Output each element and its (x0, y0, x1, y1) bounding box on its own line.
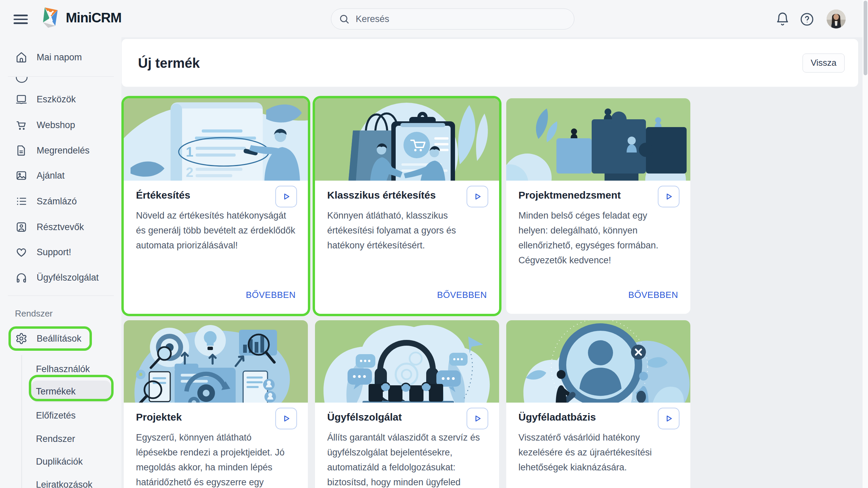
sidebar-subitem-rendszer[interactable]: Rendszer (29, 429, 121, 448)
search-bar (331, 8, 574, 29)
home-icon (15, 51, 27, 63)
sidebar-divider (8, 296, 114, 296)
back-button[interactable]: Vissza (803, 54, 845, 73)
card-title: Klasszikus értékesítés (327, 189, 470, 201)
sidebar-item-support[interactable]: Support! (0, 242, 121, 262)
search-input[interactable] (356, 14, 567, 24)
product-card-projektmenedzsment: Projektmenedzsment Minden belső céges fe… (506, 98, 690, 314)
scrollbar-thumb[interactable] (864, 1, 867, 75)
card-description: Növeld az értékesítés hatékonyságát és g… (136, 208, 296, 253)
app-logo[interactable]: MiniCRM (41, 7, 121, 28)
illustration-sales-scroll: 1 2 (124, 98, 308, 181)
user-card-icon (15, 221, 27, 233)
play-icon (664, 191, 674, 202)
minicrm-logo-icon (41, 7, 61, 28)
card-description: Állíts garantált válaszidőt a szervíz és… (327, 430, 487, 488)
sidebar-item-label: Megrendelés (37, 145, 90, 156)
product-card-klasszikus-ertekesites: Klasszikus értékesítés Könnyen átlátható… (315, 98, 499, 314)
document-icon (15, 144, 27, 157)
sidebar-subitem-felhasznalok[interactable]: Felhasználók (29, 360, 121, 379)
sidebar-item-label: Felhasználók (36, 364, 90, 374)
product-card-ugyfelszolgalat: Ügyfélszolgálat Állíts garantált válaszi… (315, 320, 499, 488)
sidebar-item-label: Leiratkozások (36, 480, 93, 488)
play-icon (472, 191, 482, 202)
more-link[interactable]: BŐVEBBEN (628, 290, 678, 300)
sidebar: Mai napom Eszközök Webshop Megrendelés A… (0, 37, 121, 488)
search-icon (339, 14, 350, 24)
cart-icon (15, 119, 27, 131)
svg-text:2: 2 (186, 165, 193, 180)
play-video-button[interactable] (467, 408, 488, 429)
play-video-button[interactable] (658, 408, 679, 429)
headphones-icon (15, 271, 27, 284)
sidebar-item-label: Eszközök (37, 94, 76, 105)
app-header: MiniCRM (0, 0, 868, 37)
play-video-button[interactable] (275, 408, 297, 429)
page-header-panel: Új termék Vissza (122, 39, 858, 87)
card-description: Egyszerű, könnyen átlátható lépésekbe re… (136, 430, 296, 488)
page-title: Új termék (138, 55, 200, 70)
sidebar-item-ugyfelszolgalat[interactable]: Ügyfélszolgálat (0, 268, 121, 287)
sidebar-subitem-elofizetes[interactable]: Előfizetés (29, 406, 121, 425)
sub-items-guide-line (21, 355, 22, 488)
app-title: MiniCRM (66, 10, 121, 25)
sidebar-item-label: Számlázó (37, 196, 77, 207)
sidebar-item-beallitasok[interactable]: Beállítások (0, 329, 121, 348)
sidebar-item-label: Support! (37, 247, 71, 258)
laptop-icon (15, 93, 27, 105)
svg-text:1: 1 (186, 144, 193, 159)
sidebar-item-webshop[interactable]: Webshop (0, 115, 121, 135)
card-title: Ügyfélszolgálat (327, 411, 470, 423)
play-icon (281, 191, 291, 202)
menu-icon[interactable] (14, 12, 28, 25)
sidebar-item-resztvevok[interactable]: Résztvevők (0, 217, 121, 237)
sidebar-item-label: Résztvevők (37, 222, 84, 232)
card-title: Értékesítés (136, 189, 278, 201)
sidebar-item-label: Duplikációk (36, 456, 83, 467)
card-title: Projektek (136, 411, 278, 423)
more-link[interactable]: BŐVEBBEN (437, 290, 487, 300)
sidebar-item-eszkozok[interactable]: Eszközök (0, 89, 121, 109)
play-icon (281, 413, 291, 424)
bell-icon[interactable] (775, 12, 791, 27)
image-icon (15, 169, 27, 182)
sidebar-item-label: Mai napom (37, 52, 82, 63)
card-description: Visszatérő vásárlóid hatékony kezelésére… (518, 430, 678, 475)
sidebar-item-label: Termékek (36, 386, 76, 397)
sidebar-item-label: Rendszer (36, 434, 75, 444)
more-link[interactable]: BŐVEBBEN (246, 290, 296, 300)
product-card-projektek: Projektek Egyszerű, könnyen átlátható lé… (124, 320, 308, 488)
card-description: Minden belső céges feladat egy helyen: d… (518, 208, 678, 268)
play-video-button[interactable] (467, 186, 488, 207)
illustration-process-tools (124, 320, 308, 403)
card-description: Könnyen átlátható, klasszikus értékesíté… (327, 208, 487, 253)
sidebar-item-label: Ajánlat (37, 170, 65, 181)
sidebar-item-label: Webshop (37, 120, 75, 130)
partial-scrolled-icon (16, 77, 28, 84)
list-icon (15, 195, 27, 207)
product-card-ertekesites: 1 2 Értékesítés Növeld az értékesítés ha (124, 98, 308, 314)
gear-icon (15, 332, 27, 345)
sidebar-subitem-termekek[interactable]: Termékek (29, 382, 121, 401)
sidebar-section-label: Rendszer (15, 308, 53, 319)
avatar[interactable] (827, 9, 846, 28)
sidebar-subitem-duplikaciok[interactable]: Duplikációk (29, 452, 121, 471)
sidebar-item-megrendeles[interactable]: Megrendelés (0, 141, 121, 160)
illustration-customer-database (506, 320, 690, 403)
sidebar-item-label: Előfizetés (36, 410, 76, 421)
sidebar-item-mai-napom[interactable]: Mai napom (0, 47, 121, 67)
sidebar-item-szamlazo[interactable]: Számlázó (0, 191, 121, 211)
heart-icon (15, 246, 27, 258)
play-icon (472, 413, 482, 424)
sidebar-item-ajanlat[interactable]: Ajánlat (0, 166, 121, 185)
illustration-puzzle-team (506, 98, 690, 181)
sidebar-item-label: Beállítások (37, 333, 81, 344)
sidebar-divider (8, 76, 114, 77)
play-video-button[interactable] (275, 186, 297, 207)
help-icon[interactable] (800, 12, 815, 27)
product-card-grid: 1 2 Értékesítés Növeld az értékesítés ha (124, 98, 690, 488)
sidebar-subitem-leiratkozasok[interactable]: Leiratkozások (29, 475, 121, 488)
card-title: Projektmenedzsment (518, 189, 661, 201)
play-video-button[interactable] (658, 186, 679, 207)
main-content: Új termék Vissza 1 (121, 37, 868, 488)
